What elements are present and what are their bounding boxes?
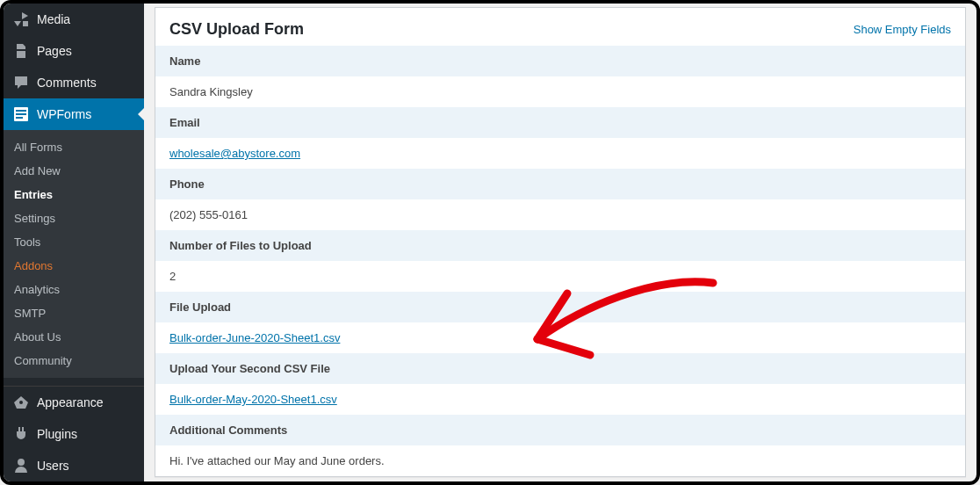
sidebar-submenu: All FormsAdd NewEntriesSettingsToolsAddo…	[4, 130, 144, 378]
submenu-item-all-forms[interactable]: All Forms	[4, 135, 144, 159]
field-value: (202) 555-0161	[155, 199, 965, 230]
submenu-item-settings[interactable]: Settings	[4, 206, 144, 230]
field-value-link[interactable]: Bulk-order-June-2020-Sheet1.csv	[169, 331, 340, 344]
submenu-item-tools[interactable]: Tools	[4, 230, 144, 254]
submenu-item-smtp[interactable]: SMTP	[4, 301, 144, 325]
field-value-link[interactable]: wholesale@abystore.com	[169, 147, 300, 160]
wpforms-icon	[12, 105, 30, 123]
sidebar-item-wpforms[interactable]: WPForms	[4, 98, 144, 130]
media-icon	[12, 11, 30, 28]
sidebar-item-users[interactable]: Users	[4, 450, 144, 481]
submenu-item-add-new[interactable]: Add New	[4, 159, 144, 183]
entry-panel: CSV Upload Form Show Empty Fields NameSa…	[155, 7, 966, 477]
field-value: 2	[155, 261, 965, 292]
panel-header: CSV Upload Form Show Empty Fields	[155, 8, 965, 46]
admin-sidebar: MediaPagesComments WPForms All FormsAdd …	[4, 4, 144, 481]
sidebar-item-label: Comments	[37, 76, 97, 90]
field-label: Number of Files to Upload	[155, 230, 965, 261]
users-icon	[12, 457, 30, 474]
field-value: Hi. I've attached our May and June order…	[155, 445, 965, 476]
field-value: Sandra Kingsley	[155, 76, 965, 107]
sidebar-item-label: Pages	[37, 44, 72, 58]
submenu-item-entries[interactable]: Entries	[4, 183, 144, 206]
field-label: Name	[155, 46, 965, 76]
sidebar-item-appearance[interactable]: Appearance	[4, 387, 144, 418]
sidebar-item-label: Appearance	[37, 395, 104, 409]
sidebar-item-media[interactable]: Media	[4, 4, 144, 35]
panel-title: CSV Upload Form	[169, 20, 304, 39]
field-value: Bulk-order-May-2020-Sheet1.csv	[155, 384, 965, 415]
pages-icon	[12, 42, 30, 60]
sidebar-item-pages[interactable]: Pages	[4, 35, 144, 67]
field-label: Email	[155, 107, 965, 138]
field-value: Bulk-order-June-2020-Sheet1.csv	[155, 322, 965, 353]
field-value-link[interactable]: Bulk-order-May-2020-Sheet1.csv	[169, 393, 337, 406]
field-label: File Upload	[155, 292, 965, 322]
submenu-item-about-us[interactable]: About Us	[4, 325, 144, 349]
show-empty-fields-link[interactable]: Show Empty Fields	[854, 23, 951, 36]
sidebar-item-label: WPForms	[37, 107, 91, 121]
sidebar-item-label: Users	[37, 459, 69, 473]
field-label: Additional Comments	[155, 415, 965, 445]
main-content: CSV Upload Form Show Empty Fields NameSa…	[144, 4, 976, 481]
sidebar-item-label: Plugins	[37, 427, 77, 441]
comments-icon	[12, 74, 30, 91]
field-label: Phone	[155, 169, 965, 199]
submenu-item-addons[interactable]: Addons	[4, 254, 144, 278]
field-label: Upload Your Second CSV File	[155, 353, 965, 384]
submenu-item-community[interactable]: Community	[4, 349, 144, 373]
sidebar-item-label: Media	[37, 12, 70, 26]
sidebar-item-plugins[interactable]: Plugins	[4, 418, 144, 450]
plugins-icon	[12, 425, 30, 443]
field-value: wholesale@abystore.com	[155, 138, 965, 169]
sidebar-item-comments[interactable]: Comments	[4, 67, 144, 98]
submenu-item-analytics[interactable]: Analytics	[4, 278, 144, 301]
appearance-icon	[12, 394, 30, 411]
